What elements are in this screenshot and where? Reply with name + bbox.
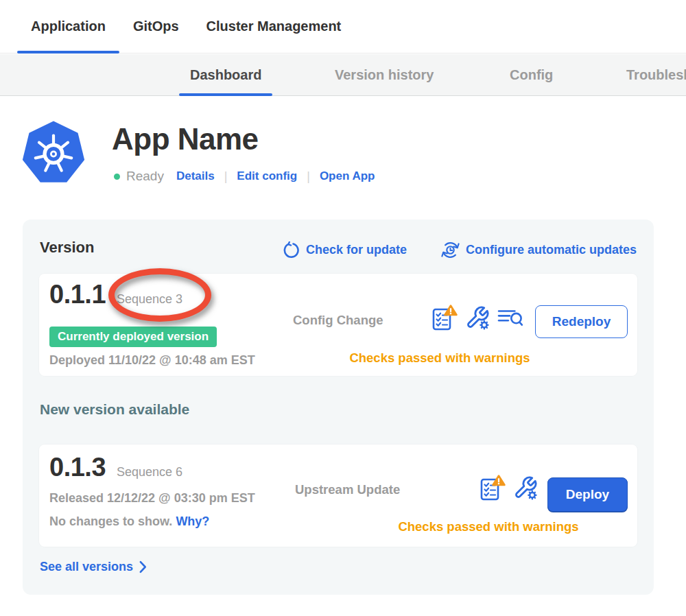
available-version-line: 0.1.3 Sequence 6: [49, 453, 182, 482]
available-version-number: 0.1.3: [49, 453, 106, 482]
tab-troubleshoot-label: Troubleshoot: [626, 67, 686, 83]
available-version-row: 0.1.3 Sequence 6 Released 12/12/22 @ 03:…: [39, 445, 637, 547]
edit-config-link[interactable]: Edit config: [237, 169, 297, 183]
see-all-versions-link[interactable]: See all versions: [40, 560, 147, 574]
tab-config-label: Config: [510, 67, 553, 83]
current-version-actions: [430, 304, 523, 331]
ready-status-dot-icon: [114, 174, 120, 180]
top-nav: Application GitOps Cluster Management: [0, 0, 686, 54]
preflight-result-text[interactable]: Checks passed with warnings: [372, 519, 605, 534]
new-version-available-heading: New version available: [40, 401, 189, 418]
top-tab-application[interactable]: Application: [17, 0, 119, 53]
current-version-row: 0.1.1 Sequence 3 Currently deployed vers…: [39, 274, 637, 376]
version-source-label: Config Change: [293, 313, 383, 328]
deploy-button[interactable]: Deploy: [547, 477, 628, 512]
page-title: App Name: [112, 122, 259, 156]
tab-version-history[interactable]: Version history: [335, 54, 434, 96]
tab-dashboard[interactable]: Dashboard: [190, 54, 261, 96]
tab-config[interactable]: Config: [510, 54, 553, 96]
available-version-sequence: Sequence 6: [117, 465, 182, 479]
top-tab-cluster-management-label: Cluster Management: [206, 19, 342, 34]
tab-dashboard-label: Dashboard: [190, 67, 261, 83]
version-card-actions: Check for update Configure automatic upd…: [283, 241, 637, 259]
released-timestamp: Released 12/12/22 @ 03:30 pm EST: [49, 491, 255, 506]
no-changes-text: No changes to show. Why?: [49, 514, 209, 529]
configure-automatic-updates-label: Configure automatic updates: [466, 243, 637, 257]
open-app-link[interactable]: Open App: [320, 169, 375, 183]
refresh-icon: [283, 241, 300, 259]
top-tab-cluster-management[interactable]: Cluster Management: [193, 0, 355, 53]
chevron-right-icon: [139, 560, 147, 573]
top-tab-application-label: Application: [31, 19, 106, 34]
check-for-update-button[interactable]: Check for update: [283, 241, 407, 259]
view-diff-icon[interactable]: [497, 307, 523, 329]
current-version-line: 0.1.1 Sequence 3: [49, 280, 182, 309]
tab-troubleshoot[interactable]: Troubleshoot: [626, 54, 686, 96]
tab-version-history-label: Version history: [335, 67, 434, 83]
edit-config-wrench-icon[interactable]: [513, 475, 538, 500]
edit-config-wrench-icon[interactable]: [465, 305, 490, 330]
deployed-timestamp: Deployed 11/10/22 @ 10:48 am EST: [49, 353, 255, 368]
divider: |: [224, 169, 228, 184]
top-tab-gitops[interactable]: GitOps: [119, 0, 193, 53]
current-version-number: 0.1.1: [49, 280, 106, 309]
no-changes-label: No changes to show.: [49, 514, 172, 528]
currently-deployed-badge: Currently deployed version: [49, 327, 217, 347]
version-source-label: Upstream Update: [295, 482, 400, 497]
redeploy-button[interactable]: Redeploy: [535, 305, 628, 338]
configure-automatic-updates-button[interactable]: Configure automatic updates: [441, 241, 637, 259]
app-status-row: Ready Details | Edit config | Open App: [114, 167, 375, 186]
preflight-checks-icon[interactable]: [478, 474, 506, 501]
app-sub-nav: Dashboard Version history Config Trouble…: [0, 54, 686, 96]
kubernetes-logo-icon: [21, 119, 86, 187]
preflight-checks-icon[interactable]: [430, 304, 458, 331]
why-link[interactable]: Why?: [176, 514, 209, 528]
details-link[interactable]: Details: [176, 169, 215, 183]
available-version-actions: [478, 474, 538, 501]
auto-update-clock-icon: [441, 241, 460, 259]
version-card: Version Check for update: [23, 220, 654, 595]
current-version-sequence: Sequence 3: [117, 292, 182, 307]
version-card-title: Version: [40, 239, 94, 257]
top-tab-gitops-label: GitOps: [133, 19, 179, 34]
status-badge: Ready: [126, 169, 164, 184]
preflight-result-text[interactable]: Checks passed with warnings: [323, 351, 556, 366]
check-for-update-label: Check for update: [306, 243, 407, 257]
divider: |: [307, 169, 310, 184]
see-all-versions-label: See all versions: [40, 560, 133, 574]
